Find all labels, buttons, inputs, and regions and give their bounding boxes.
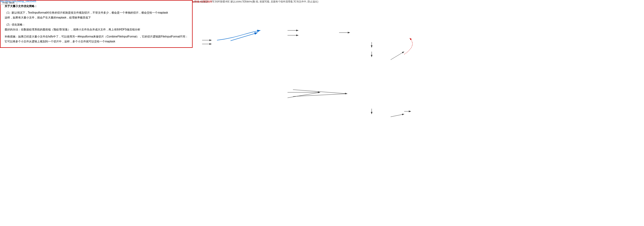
note-1b: 这样，如果有大量小文件，就会产生大量的maptask，处理效率极其低下 bbox=[5, 15, 188, 20]
note-3: 补救措施：如果已经是大量小文件在hdfs中了，可以使用另一种inputforma… bbox=[5, 34, 188, 39]
svg-line-18 bbox=[231, 33, 258, 41]
note-1: （1）默认情况下，TextInputformat对任务的切片机制是按文件规划切片… bbox=[5, 10, 188, 15]
svg-line-24 bbox=[391, 52, 404, 60]
note-2: （2）优化策略： bbox=[5, 22, 188, 27]
note-2b: 最好的办法：在数据处理系统的最前端（预处理/采集），就将小文件先合并成大文件，再… bbox=[5, 27, 188, 32]
note-title: 关于大量小文件优化简略： bbox=[5, 4, 188, 9]
svg-line-31 bbox=[293, 94, 347, 96]
svg-line-30 bbox=[293, 90, 347, 94]
url-credit: http://blog.csdn.net/qq_16633405 bbox=[0, 0, 36, 3]
note-3b: 它可以将多个小文件从逻辑上规划到一个切片中，这样，多个小文件就可以交给一个map… bbox=[5, 39, 188, 44]
note-box: 关于大量小文件优化简略： （1）默认情况下，TextInputformat对任务… bbox=[0, 0, 193, 48]
svg-line-28 bbox=[391, 114, 404, 117]
